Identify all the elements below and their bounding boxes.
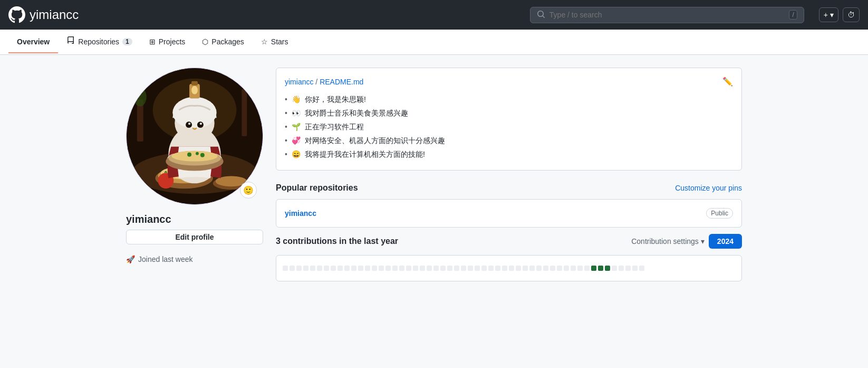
search-bar: / (530, 7, 804, 23)
search-icon (537, 10, 545, 20)
svg-point-17 (200, 122, 202, 125)
svg-point-24 (196, 152, 199, 155)
clock-button[interactable]: ⏱ (843, 7, 860, 22)
nav-item-projects[interactable]: ⊞ Projects (141, 31, 194, 53)
edit-pencil-icon[interactable]: ✏️ (722, 77, 733, 87)
contrib-dot (461, 266, 466, 271)
chevron-down-icon: ▾ (830, 11, 834, 19)
contrib-dot (427, 266, 432, 271)
contrib-dot (625, 266, 631, 271)
profile-username: yimiancc (126, 213, 263, 225)
contrib-dot (550, 266, 555, 271)
contributions-section: 3 contributions in the last year Contrib… (276, 234, 742, 281)
readme-text-3: 正在学习软件工程 (305, 122, 364, 132)
nav-item-packages[interactable]: ⬡ Packages (194, 31, 252, 53)
joined-label: Joined last week (138, 255, 193, 263)
nav-item-repositories[interactable]: Repositories 1 (58, 30, 141, 54)
repo-name-link[interactable]: yimiancc (285, 209, 316, 218)
avatar-emoji-button[interactable]: 🙂 (240, 182, 257, 199)
readme-emoji-2: 👀 (292, 109, 301, 117)
add-button[interactable]: + ▾ (819, 7, 838, 22)
readme-text-1: 你好，我是朱思颖! (305, 95, 366, 105)
nav-item-repositories-label: Repositories (78, 37, 119, 46)
readme-user-link[interactable]: yimiancc (285, 78, 313, 86)
contributions-header: 3 contributions in the last year Contrib… (276, 234, 742, 249)
readme-header: yimiancc / README.md ✏️ (285, 77, 733, 87)
repo-card-yimiancc: yimiancc Public (276, 199, 742, 228)
content-area: yimiancc / README.md ✏️ 👋 你好，我是朱思颖! 👀 我对… (276, 68, 742, 281)
contrib-dot (324, 266, 329, 271)
readme-text-5: 我将提升我在计算机相关方面的技能! (305, 150, 425, 159)
contrib-dot (433, 266, 439, 271)
nav-item-projects-label: Projects (159, 37, 186, 46)
contrib-dot (385, 266, 391, 271)
readme-emoji-4: 💞 (292, 136, 301, 145)
readme-item-2: 👀 我对爵士音乐和美食美景感兴趣 (285, 107, 733, 120)
contrib-dot-active (598, 266, 603, 271)
nav-item-overview-label: Overview (17, 37, 50, 46)
contrib-dot (290, 266, 295, 271)
readme-sep: / (315, 78, 320, 86)
readme-file-path: yimiancc / README.md (285, 78, 363, 86)
svg-point-16 (188, 122, 190, 125)
contrib-dot (365, 266, 370, 271)
stars-icon: ☆ (261, 37, 268, 46)
contributions-graph (276, 255, 742, 281)
contrib-dot (399, 266, 404, 271)
contrib-dot (639, 266, 644, 271)
header: yimiancc / + ▾ ⏱ (0, 0, 868, 30)
rocket-icon: 🚀 (126, 255, 135, 263)
contrib-dot (495, 266, 500, 271)
contrib-dot (571, 266, 576, 271)
chevron-down-icon-contrib: ▾ (701, 237, 705, 246)
contrib-dot (372, 266, 377, 271)
contrib-dot (303, 266, 308, 271)
contrib-dot-active (605, 266, 610, 271)
search-kbd-badge: / (789, 10, 797, 20)
year-button[interactable]: 2024 (709, 234, 742, 249)
svg-point-25 (200, 153, 205, 157)
contrib-dot (481, 266, 487, 271)
readme-item-3: 🌱 正在学习软件工程 (285, 120, 733, 134)
contrib-dot (564, 266, 569, 271)
customize-pins-link[interactable]: Customize your pins (675, 184, 742, 192)
contrib-dot (379, 266, 384, 271)
readme-emoji-3: 🌱 (292, 122, 301, 131)
edit-profile-button[interactable]: Edit profile (126, 230, 263, 244)
contribution-settings-button[interactable]: Contribution settings ▾ (631, 237, 705, 246)
readme-file-link[interactable]: README.md (320, 78, 363, 86)
contribution-settings-label: Contribution settings (631, 237, 699, 246)
contrib-dot (392, 266, 398, 271)
readme-text-4: 对网络安全、机器人方面的知识十分感兴趣 (305, 136, 445, 146)
avatar-container: 🙂 (126, 68, 263, 205)
nav-item-stars[interactable]: ☆ Stars (253, 31, 297, 53)
contrib-dots (283, 266, 644, 271)
svg-point-14 (186, 121, 192, 128)
contrib-dot (344, 266, 350, 271)
contrib-dot (577, 266, 583, 271)
contrib-dot (317, 266, 322, 271)
contrib-dot (543, 266, 548, 271)
contrib-dot (509, 266, 514, 271)
contrib-dot (413, 266, 418, 271)
nav-item-packages-label: Packages (211, 37, 244, 46)
contrib-dot (468, 266, 473, 271)
readme-item-4: 💞 对网络安全、机器人方面的知识十分感兴趣 (285, 134, 733, 148)
readme-card: yimiancc / README.md ✏️ 👋 你好，我是朱思颖! 👀 我对… (276, 68, 742, 171)
smiley-icon: 🙂 (243, 185, 254, 195)
contrib-dot (612, 266, 617, 271)
contrib-dot (283, 266, 288, 271)
readme-emoji-5: 😄 (292, 150, 301, 158)
contrib-dot (557, 266, 562, 271)
contributions-title: 3 contributions in the last year (276, 237, 398, 246)
search-input[interactable] (549, 11, 785, 19)
contrib-dot (502, 266, 507, 271)
joined-info: 🚀 Joined last week (126, 255, 263, 263)
contrib-dot (516, 266, 521, 271)
contrib-dot (406, 266, 411, 271)
nav-item-overview[interactable]: Overview (8, 31, 58, 53)
contrib-dot (447, 266, 452, 271)
clock-icon: ⏱ (847, 11, 855, 19)
contrib-dot (310, 266, 315, 271)
github-logo[interactable]: yimiancc (8, 6, 79, 23)
